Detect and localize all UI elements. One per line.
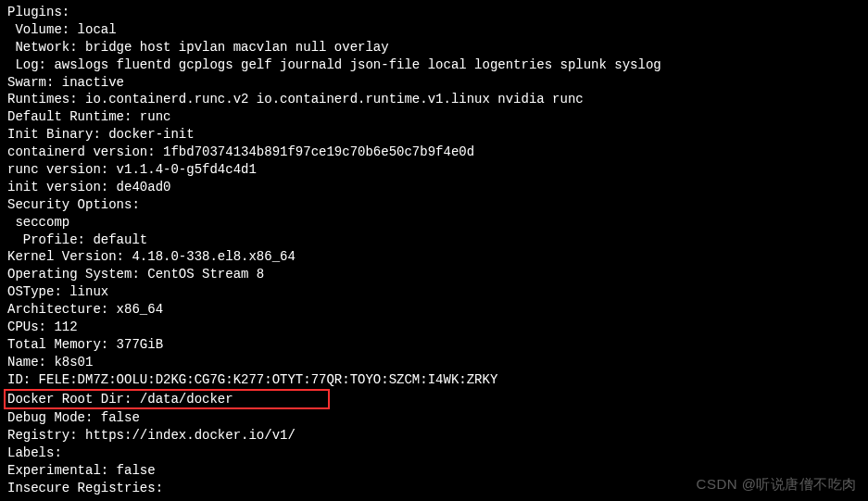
watermark-text: CSDN @听说唐僧不吃肉 [697,475,857,494]
terminal-line-name: Name: k8s01 [7,354,861,371]
terminal-line-volume: Volume: local [7,21,861,39]
terminal-line-total-memory: Total Memory: 377GiB [7,336,861,354]
terminal-line-swarm: Swarm: inactive [7,74,861,92]
terminal-line-network: Network: bridge host ipvlan macvlan null… [7,39,861,56]
terminal-line-init-binary: Init Binary: docker-init [7,126,861,144]
terminal-line-init-version: init version: de40ad0 [7,179,861,196]
terminal-line-labels: Labels: [7,445,861,462]
highlight-annotation: Docker Root Dir: /data/docker [4,389,330,410]
terminal-line-profile: Profile: default [7,232,861,249]
terminal-line-registry: Registry: https://index.docker.io/v1/ [7,427,861,445]
terminal-line-architecture: Architecture: x86_64 [7,301,861,319]
terminal-line-cpus: CPUs: 112 [7,319,861,336]
terminal-line-ostype: OSType: linux [7,283,861,301]
terminal-line-debug-mode: Debug Mode: false [7,409,861,427]
terminal-line-kernel-version: Kernel Version: 4.18.0-338.el8.x86_64 [7,248,861,266]
terminal-line-default-runtime: Default Runtime: runc [7,108,861,126]
terminal-line-runtimes: Runtimes: io.containerd.runc.v2 io.conta… [7,91,861,108]
terminal-line-operating-system: Operating System: CentOS Stream 8 [7,266,861,283]
terminal-line-id: ID: FELE:DM7Z:OOLU:D2KG:CG7G:K277:OTYT:7… [7,371,861,389]
terminal-line-plugins: Plugins: [7,4,861,21]
terminal-line-runc-version: runc version: v1.1.4-0-g5fd4c4d1 [7,161,861,179]
terminal-line-security-options: Security Options: [7,196,861,214]
terminal-line-log: Log: awslogs fluentd gcplogs gelf journa… [7,56,861,74]
highlighted-docker-root-dir: Docker Root Dir: /data/docker [7,389,861,410]
terminal-line-seccomp: seccomp [7,214,861,232]
terminal-line-containerd-version: containerd version: 1fbd70374134b891f97c… [7,144,861,161]
